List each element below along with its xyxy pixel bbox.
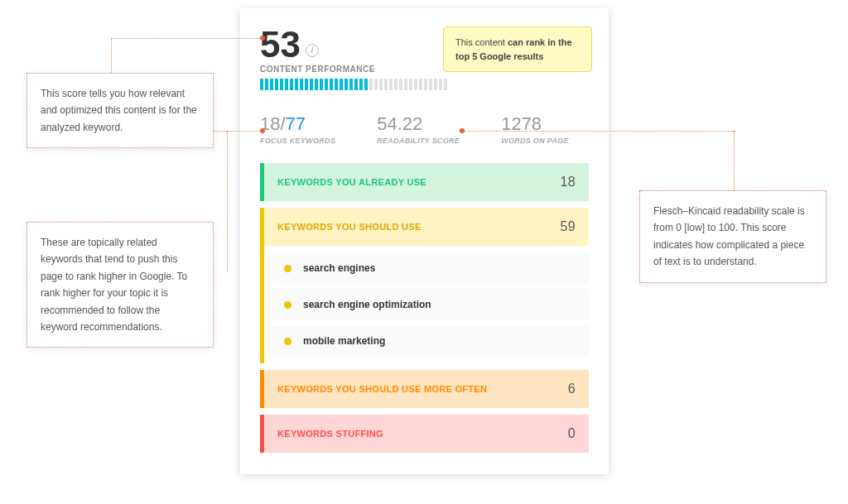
progress-tick bbox=[359, 79, 363, 90]
progress-tick bbox=[379, 79, 383, 90]
keyword-item[interactable]: search engines bbox=[272, 252, 589, 284]
progress-tick bbox=[419, 79, 422, 90]
progress-tick bbox=[429, 79, 432, 90]
section-count: 6 bbox=[568, 382, 576, 396]
focus-label: FOCUS KEYWORDS bbox=[260, 137, 335, 145]
callout-keywords-explanation: These are topically related keywords tha… bbox=[26, 222, 214, 348]
readability-value: 54.22 bbox=[377, 113, 460, 135]
connector-line bbox=[227, 131, 228, 271]
section-count: 0 bbox=[568, 426, 576, 441]
bullet-dot-icon bbox=[284, 265, 292, 272]
progress-tick bbox=[340, 79, 343, 90]
content-performance-panel: 53 i CONTENT PERFORMANCE This content ca… bbox=[240, 8, 609, 474]
progress-tick bbox=[364, 79, 368, 90]
progress-tick bbox=[330, 79, 333, 90]
callout-readability-explanation: Flesch–Kincaid readability scale is from… bbox=[639, 190, 826, 283]
progress-tick bbox=[280, 79, 283, 90]
progress-tick bbox=[335, 79, 338, 90]
section-title: KEYWORDS YOU SHOULD USE bbox=[277, 222, 422, 232]
progress-tick bbox=[270, 79, 273, 90]
connector-line bbox=[111, 38, 262, 39]
progress-tick bbox=[260, 79, 263, 90]
callout-score-explanation: This score tells you how relevant and op… bbox=[26, 73, 214, 148]
progress-tick bbox=[444, 79, 447, 90]
progress-tick bbox=[305, 79, 308, 90]
connector-line bbox=[214, 131, 262, 132]
connector-line bbox=[462, 131, 735, 132]
progress-tick bbox=[389, 79, 393, 90]
section-count: 59 bbox=[561, 219, 576, 234]
progress-bar bbox=[260, 79, 589, 90]
progress-tick bbox=[369, 79, 373, 90]
progress-tick bbox=[290, 79, 293, 90]
progress-tick bbox=[394, 79, 398, 90]
progress-tick bbox=[439, 79, 442, 90]
progress-tick bbox=[424, 79, 427, 90]
bullet-dot-icon bbox=[284, 338, 292, 345]
progress-tick bbox=[384, 79, 388, 90]
progress-tick bbox=[414, 79, 417, 90]
progress-tick bbox=[349, 79, 353, 90]
progress-tick bbox=[320, 79, 323, 90]
progress-tick bbox=[315, 79, 318, 90]
focus-total: 77 bbox=[286, 113, 306, 134]
progress-tick bbox=[310, 79, 313, 90]
progress-tick bbox=[295, 79, 298, 90]
progress-tick bbox=[374, 79, 378, 90]
connector-line bbox=[111, 38, 112, 73]
progress-tick bbox=[265, 79, 268, 90]
progress-tick bbox=[354, 79, 358, 90]
section-use-more-often[interactable]: KEYWORDS YOU SHOULD USE MORE OFTEN 6 bbox=[260, 370, 589, 408]
keyword-item[interactable]: search engine optimization bbox=[272, 289, 589, 320]
progress-tick bbox=[404, 79, 407, 90]
bullet-dot-icon bbox=[284, 301, 292, 309]
progress-tick bbox=[285, 79, 288, 90]
connector-dot-icon bbox=[260, 36, 265, 41]
keyword-sections: KEYWORDS YOU ALREADY USE 18 KEYWORDS YOU… bbox=[260, 163, 589, 453]
section-stuffing[interactable]: KEYWORDS STUFFING 0 bbox=[260, 415, 589, 453]
stats-row: 18/77 FOCUS KEYWORDS 54.22 READABILITY S… bbox=[260, 113, 589, 145]
words-label: WORDS ON PAGE bbox=[501, 137, 569, 145]
progress-tick bbox=[325, 79, 328, 90]
keyword-list: search enginessearch engine optimization… bbox=[260, 246, 589, 363]
words-value: 1278 bbox=[501, 113, 569, 135]
keyword-item[interactable]: mobile marketing bbox=[272, 325, 589, 357]
score-row: 53 i CONTENT PERFORMANCE This content ca… bbox=[260, 26, 589, 90]
progress-tick bbox=[344, 79, 348, 90]
connector-line bbox=[734, 131, 735, 190]
rank-note-tooltip: This content can rank in the top 5 Googl… bbox=[443, 26, 592, 72]
section-count: 18 bbox=[561, 175, 576, 190]
keyword-text: search engines bbox=[303, 262, 375, 274]
progress-tick bbox=[275, 79, 278, 90]
stat-words: 1278 WORDS ON PAGE bbox=[501, 113, 569, 145]
progress-tick bbox=[300, 79, 303, 90]
progress-tick bbox=[399, 79, 402, 90]
section-already-use[interactable]: KEYWORDS YOU ALREADY USE 18 bbox=[260, 163, 589, 201]
keyword-text: mobile marketing bbox=[303, 335, 385, 347]
stat-focus-keywords: 18/77 FOCUS KEYWORDS bbox=[260, 113, 335, 145]
connector-dot-icon bbox=[460, 128, 465, 133]
info-icon[interactable]: i bbox=[306, 44, 319, 57]
stat-readability: 54.22 READABILITY SCORE bbox=[377, 113, 460, 145]
progress-tick bbox=[409, 79, 412, 90]
section-title: KEYWORDS YOU ALREADY USE bbox=[277, 177, 426, 187]
keyword-text: search engine optimization bbox=[303, 299, 431, 310]
progress-tick bbox=[434, 79, 437, 90]
readability-label: READABILITY SCORE bbox=[377, 137, 460, 145]
connector-dot-icon bbox=[260, 128, 265, 133]
section-title: KEYWORDS STUFFING bbox=[277, 429, 383, 439]
rank-note-prefix: This content bbox=[455, 37, 508, 47]
section-title: KEYWORDS YOU SHOULD USE MORE OFTEN bbox=[277, 384, 487, 394]
section-should-use[interactable]: KEYWORDS YOU SHOULD USE 59 bbox=[260, 208, 589, 246]
score-number: 53 bbox=[260, 26, 301, 63]
